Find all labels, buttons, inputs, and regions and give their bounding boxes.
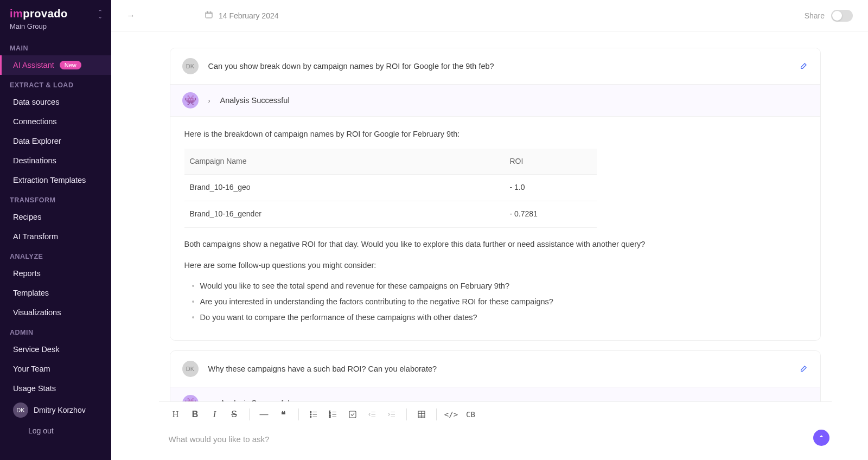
sidebar-item-label: Visualizations: [13, 308, 61, 317]
composer: H B I S — ❝ 123 </> CB: [159, 401, 832, 453]
heading-icon[interactable]: H: [167, 406, 185, 423]
editor-toolbar: H B I S — ❝ 123 </> CB: [159, 401, 832, 427]
sidebar-item-label: Destinations: [13, 156, 56, 165]
followup-list: Would you like to see the total spend an…: [192, 279, 806, 324]
chat-scroll[interactable]: DK Can you show break down by campaign n…: [111, 31, 868, 401]
checklist-icon[interactable]: [343, 406, 362, 423]
ai-status-row[interactable]: 👾 › Analysis Successful: [170, 387, 820, 401]
table-header-campaign: Campaign Name: [184, 149, 505, 175]
section-transform: TRANSFORM: [0, 190, 111, 207]
sidebar-item-label: AI Assistant: [13, 61, 54, 69]
sidebar-item-label: Reports: [13, 269, 41, 278]
section-extract: EXTRACT & LOAD: [0, 75, 111, 92]
section-admin: ADMIN: [0, 322, 111, 340]
sidebar-item-usage-stats[interactable]: Usage Stats: [0, 379, 111, 398]
cell-campaign: Brand_10-16_geo: [184, 175, 505, 201]
table-row: Brand_10-16_geo - 1.0: [184, 175, 597, 201]
toolbar-separator: [436, 408, 437, 420]
input-row: [159, 427, 832, 453]
quote-icon[interactable]: ❝: [275, 406, 293, 423]
sidebar-item-recipes[interactable]: Recipes: [0, 207, 111, 227]
edit-icon[interactable]: [800, 364, 808, 374]
logout-link[interactable]: Log out: [0, 422, 111, 442]
horizontal-rule-icon[interactable]: —: [255, 406, 273, 423]
share-label: Share: [805, 11, 825, 20]
sidebar-item-connections[interactable]: Connections: [0, 112, 111, 131]
ai-response-body: Here is the breakdown of campaign names …: [170, 117, 820, 340]
outdent-icon[interactable]: [363, 406, 381, 423]
code-block-icon[interactable]: CB: [462, 406, 480, 423]
user-name: Dmitry Korzhov: [34, 406, 86, 414]
table-row: Brand_10-16_gender - 0.7281: [184, 201, 597, 228]
message-input[interactable]: [169, 435, 822, 444]
toolbar-separator: [298, 408, 299, 420]
sidebar-item-label: Data sources: [13, 98, 59, 106]
user-avatar: DK: [13, 403, 28, 418]
sidebar-item-destinations[interactable]: Destinations: [0, 151, 111, 170]
sidebar-item-label: Data Explorer: [13, 137, 61, 145]
chevron-right-icon: ›: [208, 97, 210, 105]
cell-roi: - 1.0: [505, 175, 597, 201]
date-display: 14 February 2024: [205, 10, 279, 21]
followup-item: Are you interested in understanding the …: [192, 295, 806, 309]
user-message-text: Why these campaigns have a such bad ROI?…: [208, 365, 437, 373]
main-area: → 14 February 2024 Share DK Can you show…: [111, 0, 868, 460]
toolbar-separator: [406, 408, 407, 420]
date-text: 14 February 2024: [219, 11, 279, 20]
followup-item: Do you want to compare the performance o…: [192, 311, 806, 324]
svg-text:3: 3: [329, 415, 330, 418]
sidebar: improvado ⌃⌄ Main Group MAIN AI Assistan…: [0, 0, 111, 460]
cell-campaign: Brand_10-16_gender: [184, 201, 505, 228]
italic-icon[interactable]: I: [206, 406, 224, 423]
sidebar-item-your-team[interactable]: Your Team: [0, 359, 111, 379]
sidebar-item-reports[interactable]: Reports: [0, 264, 111, 283]
cell-roi: - 0.7281: [505, 201, 597, 228]
group-switch-icon[interactable]: ⌃⌄: [98, 10, 103, 18]
ai-status-row[interactable]: 👾 › Analysis Successful: [170, 84, 820, 117]
group-name[interactable]: Main Group: [0, 22, 111, 38]
ai-avatar-icon: 👾: [182, 395, 199, 401]
share-toggle[interactable]: [831, 10, 853, 22]
sidebar-item-label: Service Desk: [13, 345, 59, 354]
table-icon[interactable]: [412, 406, 431, 423]
sidebar-item-ai-transform[interactable]: AI Transform: [0, 227, 111, 246]
edit-icon[interactable]: [800, 61, 808, 72]
bullet-list-icon[interactable]: [304, 406, 323, 423]
sidebar-item-label: Extraction Templates: [13, 176, 86, 184]
user-avatar: DK: [182, 58, 199, 74]
svg-rect-0: [206, 12, 212, 18]
new-badge: New: [60, 61, 81, 69]
sidebar-item-templates[interactable]: Templates: [0, 283, 111, 303]
topbar: → 14 February 2024 Share: [111, 0, 868, 31]
svg-point-2: [310, 414, 311, 415]
bold-icon[interactable]: B: [186, 406, 205, 423]
sidebar-item-data-sources[interactable]: Data sources: [0, 92, 111, 112]
strikethrough-icon[interactable]: S: [225, 406, 244, 423]
indent-icon[interactable]: [382, 406, 401, 423]
conversation-block: DK Can you show break down by campaign n…: [170, 48, 821, 341]
sidebar-item-data-explorer[interactable]: Data Explorer: [0, 131, 111, 151]
sidebar-item-visualizations[interactable]: Visualizations: [0, 303, 111, 322]
sidebar-item-ai-assistant[interactable]: AI Assistant New: [0, 55, 111, 75]
composer-wrapper: H B I S — ❝ 123 </> CB: [111, 401, 868, 460]
sidebar-item-extraction-templates[interactable]: Extraction Templates: [0, 170, 111, 190]
table-header-roi: ROI: [505, 149, 597, 175]
ai-avatar-icon: 👾: [182, 92, 199, 108]
user-profile[interactable]: DK Dmitry Korzhov: [0, 398, 111, 422]
send-button[interactable]: [813, 430, 829, 446]
sidebar-item-label: AI Transform: [13, 232, 58, 241]
code-icon[interactable]: </>: [442, 406, 461, 423]
followup-item: Would you like to see the total spend an…: [192, 279, 806, 293]
section-main: MAIN: [0, 38, 111, 55]
ai-status-text: Analysis Successful: [220, 96, 290, 105]
brand-row: improvado ⌃⌄: [0, 7, 111, 22]
sidebar-item-label: Templates: [13, 289, 49, 297]
user-message-text: Can you show break down by campaign name…: [208, 62, 494, 71]
chevron-right-icon: ›: [208, 400, 210, 401]
sidebar-collapse-icon[interactable]: →: [126, 11, 135, 21]
numbered-list-icon[interactable]: 123: [324, 406, 342, 423]
sidebar-item-label: Usage Stats: [13, 384, 56, 393]
followup-intro: Here are some follow-up questions you mi…: [184, 259, 806, 272]
section-analyze: ANALYZE: [0, 246, 111, 264]
sidebar-item-service-desk[interactable]: Service Desk: [0, 340, 111, 359]
